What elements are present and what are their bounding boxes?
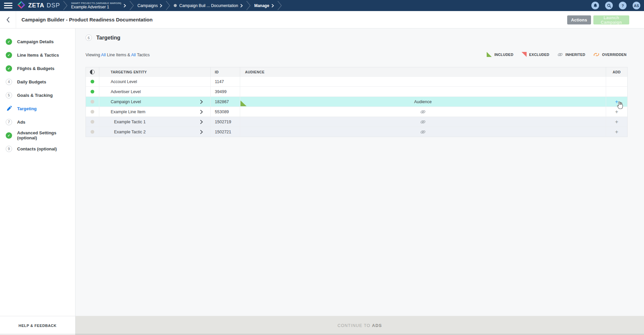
- add-plus-button[interactable]: +: [615, 119, 619, 125]
- sidebar-item-contacts-optional[interactable]: 9Contacts (optional): [0, 142, 75, 155]
- chevron-right-icon: [160, 4, 162, 7]
- table-row-advertiser-level[interactable]: Advertiser Level39499: [86, 86, 627, 96]
- search-icon[interactable]: [605, 2, 613, 9]
- inherited-chain-icon: [420, 130, 426, 134]
- legend-label: EXCLUDED: [529, 53, 549, 57]
- breadcrumb-eyebrow: SMART PROJECTS (VARIABLE MARGIN): [71, 2, 121, 5]
- entity-cell: Example Line Item: [99, 107, 211, 117]
- section-heading: 6 Targeting: [86, 35, 120, 41]
- back-button[interactable]: [0, 11, 16, 28]
- step-number-badge: 5: [6, 92, 12, 98]
- sidebar-item-ads[interactable]: 7Ads: [0, 115, 75, 129]
- filter-all-link[interactable]: All: [131, 53, 136, 57]
- add-plus-button[interactable]: +: [615, 109, 619, 115]
- entity-name: Example Tactic 2: [114, 130, 146, 134]
- audience-cell: [240, 77, 606, 86]
- breadcrumb: SMART PROJECTS (VARIABLE MARGIN)Example …: [62, 0, 283, 11]
- notifications-icon[interactable]: [591, 2, 599, 9]
- check-circle-icon: ✓: [6, 52, 12, 58]
- breadcrumb-item-manage[interactable]: Manage: [252, 3, 277, 8]
- sidebar-item-daily-budgets[interactable]: 4Daily Budgets: [0, 75, 75, 88]
- entity-id: 1147: [215, 79, 224, 84]
- launch-campaign-button[interactable]: Launch Campaign: [593, 15, 629, 24]
- filter-all-link[interactable]: All: [101, 53, 106, 57]
- audience-cell: [240, 107, 606, 117]
- entity-name: Account Level: [111, 79, 137, 84]
- zeta-dsp-logo[interactable]: ZETA DSP: [17, 1, 60, 10]
- entity-id: 182867: [215, 99, 229, 104]
- viewing-text: Line Items &: [106, 53, 131, 57]
- zeta-diamond-icon: [17, 1, 26, 10]
- included-triangle-icon: [487, 52, 492, 57]
- bell-glyph: [593, 3, 597, 8]
- table-row-account-level[interactable]: Account Level1147: [86, 76, 627, 86]
- sidebar-item-line-items-tactics[interactable]: ✓Line Items & Tactics: [0, 48, 75, 62]
- table-row-example-line-item[interactable]: Example Line Item553089+: [86, 107, 627, 117]
- status-dot-gray[interactable]: [91, 120, 94, 124]
- step-number-badge: 7: [6, 119, 12, 125]
- id-cell: 1502721: [211, 127, 240, 137]
- add-plus-button[interactable]: +: [615, 99, 619, 105]
- viewing-text: Viewing: [86, 53, 101, 57]
- sidebar-item-targeting[interactable]: Targeting: [0, 102, 75, 115]
- add-plus-button[interactable]: +: [615, 129, 619, 135]
- audience-cell[interactable]: Audience: [240, 97, 606, 107]
- table-row-campaign-level[interactable]: Campaign Level182867Audience+: [86, 96, 627, 107]
- status-dot-gray[interactable]: [91, 100, 94, 104]
- sidebar-item-goals-tracking[interactable]: 5Goals & Tracking: [0, 88, 75, 102]
- chevron-right-icon[interactable]: [200, 110, 203, 114]
- sidebar-item-flights-budgets[interactable]: ✓Flights & Budgets: [0, 62, 75, 75]
- chevron-right-icon: [240, 4, 243, 7]
- sidebar-item-label: Ads: [17, 120, 25, 125]
- status-dot-gray[interactable]: [91, 110, 94, 114]
- chevron-right-icon[interactable]: [200, 130, 203, 134]
- viewing-filter-line: Viewing All Line Items & All Tactics: [86, 53, 150, 57]
- overridden-chain-icon: [593, 52, 599, 57]
- status-dot-green[interactable]: [91, 80, 94, 83]
- half-circle-toggle-icon[interactable]: [90, 70, 95, 74]
- legend-excluded: EXCLUDED: [522, 52, 549, 57]
- entity-id: 1502719: [215, 120, 231, 124]
- main-content: 6 Targeting Viewing All Line Items & All…: [75, 28, 644, 335]
- entity-cell: Example Tactic 1: [99, 117, 211, 127]
- status-dot-gray[interactable]: [91, 130, 94, 134]
- table-row-example-tactic-2[interactable]: Example Tactic 21502721+: [86, 127, 627, 137]
- continue-label: CONTINUE TO: [337, 323, 370, 328]
- excluded-triangle-icon: [522, 52, 527, 57]
- table-row-example-tactic-1[interactable]: Example Tactic 11502719+: [86, 117, 627, 127]
- sidebar-item-label: Flights & Budgets: [17, 66, 54, 71]
- sidebar-item-advanced-settings-optional[interactable]: ✓Advanced Settings (optional): [0, 129, 75, 142]
- user-avatar[interactable]: AS: [633, 2, 640, 9]
- hamburger-menu-icon[interactable]: [4, 3, 12, 8]
- chevron-right-icon[interactable]: [200, 100, 203, 104]
- status-cell: [86, 77, 99, 86]
- sidebar-item-campaign-details[interactable]: ✓Campaign Details: [0, 35, 75, 48]
- continue-to-ads-button[interactable]: CONTINUE TO ADS: [75, 316, 644, 335]
- add-cell: [606, 77, 627, 86]
- status-dot-green[interactable]: [91, 90, 94, 93]
- status-dot-icon: [174, 4, 177, 7]
- check-circle-icon: ✓: [6, 132, 12, 139]
- entity-id: 553089: [215, 110, 229, 114]
- breadcrumb-item-campaigns[interactable]: Campaigns: [135, 3, 165, 8]
- magnifier-glyph: [607, 4, 611, 8]
- sidebar-item-label: Campaign Details: [17, 39, 54, 44]
- sidebar-item-label: Line Items & Tactics: [17, 53, 59, 58]
- check-circle-icon: ✓: [6, 39, 12, 45]
- navbar-icons: ?AS: [591, 2, 640, 9]
- entity-cell: Example Tactic 2: [99, 127, 211, 137]
- targeting-legend: INCLUDEDEXCLUDEDINHERITEDOVERRIDDEN: [487, 52, 627, 57]
- status-cell: [86, 87, 99, 96]
- entity-cell: Account Level: [99, 77, 211, 86]
- entity-id: 1502721: [215, 130, 231, 134]
- entity-name: Example Tactic 1: [114, 120, 146, 124]
- breadcrumb-item-example-advertiser-1[interactable]: SMART PROJECTS (VARIABLE MARGIN)Example …: [68, 2, 129, 9]
- help-feedback-link[interactable]: HELP & FEEDBACK: [0, 316, 75, 335]
- actions-button[interactable]: Actions: [567, 15, 591, 24]
- breadcrumb-item-campaign-buil-documentation[interactable]: Campaign Buil ... Documentation: [171, 3, 245, 8]
- chevron-right-icon: [272, 4, 274, 7]
- chevron-right-icon[interactable]: [200, 120, 203, 124]
- breadcrumb-separator: [277, 1, 282, 10]
- help-icon[interactable]: ?: [619, 2, 627, 9]
- top-navbar: ZETA DSP SMART PROJECTS (VARIABLE MARGIN…: [0, 0, 644, 11]
